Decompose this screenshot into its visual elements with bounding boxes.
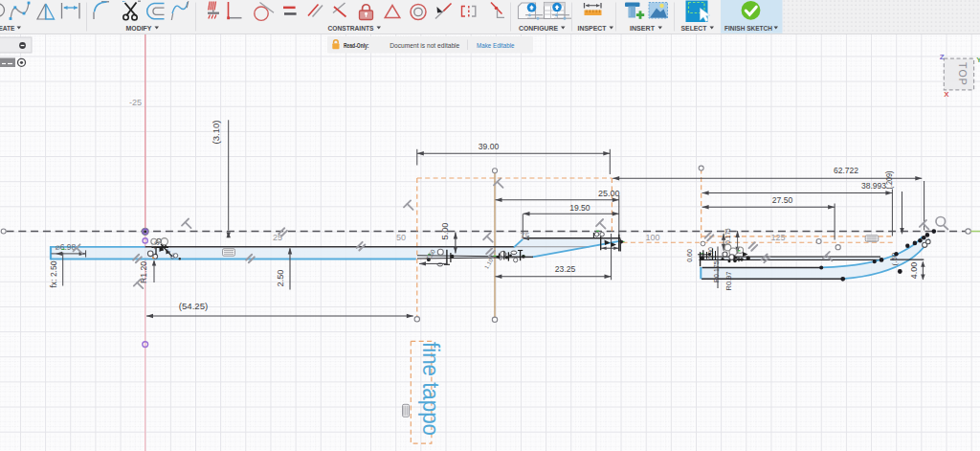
svg-text:Document is not editable: Document is not editable [390,41,459,50]
svg-text:Make Editable: Make Editable [477,41,515,50]
svg-text:INSPECT: INSPECT [578,24,608,33]
svg-text:0.175: 0.175 [724,228,731,244]
svg-text:25.00: 25.00 [598,188,620,198]
svg-text:75: 75 [520,231,529,240]
svg-text:(3.10): (3.10) [211,121,221,145]
svg-text:62.722: 62.722 [834,165,858,175]
svg-text:FINISH SKETCH: FINISH SKETCH [724,24,772,33]
svg-text:100: 100 [645,233,659,242]
svg-text:(.209): (.209) [884,170,894,189]
svg-text:Y: Y [976,56,980,64]
svg-text:23.25: 23.25 [555,263,576,274]
svg-text:CONSTRAINTS: CONSTRAINTS [328,24,374,33]
svg-text:X: X [944,90,949,99]
svg-text:5.00: 5.00 [439,223,450,240]
svg-text:38.993: 38.993 [861,180,886,191]
svg-text:SELECT: SELECT [681,24,707,33]
svg-text:4.00: 4.00 [909,262,919,280]
svg-text:-25: -25 [129,98,142,107]
svg-text:19.50: 19.50 [569,202,590,213]
svg-text:Read-Only:: Read-Only: [344,41,369,50]
svg-text:39.00: 39.00 [479,141,500,151]
svg-text:EATE: EATE [0,24,15,33]
svg-text:fine tappo: fine tappo [418,342,443,436]
svg-text:(54.25): (54.25) [179,301,209,311]
svg-text:INSERT: INSERT [630,24,656,33]
svg-text:CONFIGURE: CONFIGURE [519,24,558,33]
svg-text:0.60: 0.60 [686,249,693,262]
svg-text:R0.175: R0.175 [713,260,720,282]
svg-text:fx: 2.50: fx: 2.50 [49,261,58,288]
svg-text:2.50: 2.50 [275,270,285,287]
svg-text:Z: Z [940,53,945,61]
svg-text:50: 50 [396,233,406,242]
svg-text:MODIFY: MODIFY [126,24,152,33]
svg-text:27.50: 27.50 [772,194,793,205]
svg-text:TOP: TOP [957,62,969,86]
svg-text:125: 125 [770,233,785,242]
svg-text:R0.97: R0.97 [724,271,733,290]
